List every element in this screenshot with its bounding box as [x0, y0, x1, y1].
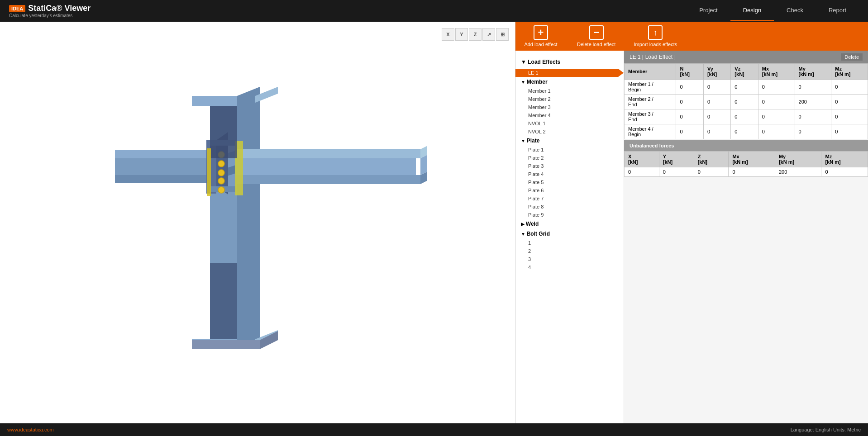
plate3-item[interactable]: Plate 3 [515, 162, 624, 170]
import-loads-label: Import loads effects [634, 42, 677, 47]
plate4-item[interactable]: Plate 4 [515, 170, 624, 178]
svg-point-28 [218, 187, 224, 193]
member-name: Member 2 /End [625, 95, 676, 109]
unbalanced-header: Unbalanced forces [624, 140, 868, 151]
member3-item[interactable]: Member 3 [515, 103, 624, 111]
member1-item[interactable]: Member 1 [515, 87, 624, 95]
cell-Mx[interactable]: 0 [758, 80, 795, 95]
le-header-label: LE 1 [ Load Effect ] [630, 54, 676, 60]
bolt-section[interactable]: Bolt Grid [515, 229, 624, 239]
member-name: Member 4 /Begin [625, 124, 676, 139]
cell-Vz[interactable]: 0 [731, 124, 758, 139]
bolt2-item[interactable]: 2 [515, 247, 624, 255]
bolt1-item[interactable]: 1 [515, 239, 624, 247]
cell-My[interactable]: 0 [795, 80, 831, 95]
view-z-btn[interactable]: Z [469, 28, 482, 41]
cell-Vz[interactable]: 0 [731, 95, 758, 109]
le-delete-button[interactable]: Delete [841, 53, 863, 61]
app-title: StatiCa® Viewer [28, 4, 91, 13]
delete-load-label: Delete load effect [577, 42, 615, 47]
col-Vy: Vy[kN] [703, 64, 730, 80]
ub-col-X: X[kN] [625, 152, 659, 167]
cell-Mz[interactable]: 0 [831, 124, 868, 139]
cell-Vy[interactable]: 0 [703, 109, 730, 124]
language-info: Language: English Units: Metric [791, 427, 861, 432]
delete-icon: − [589, 25, 604, 40]
cell-N[interactable]: 0 [676, 109, 703, 124]
view-iso-btn[interactable]: ↗ [482, 28, 495, 41]
view-fit-btn[interactable]: ⊞ [496, 28, 509, 41]
main-area: X Y Z ↗ ⊞ [0, 22, 868, 423]
viewport: X Y Z ↗ ⊞ [0, 22, 515, 423]
member-section[interactable]: Member [515, 77, 624, 87]
table-row: Member 4 /Begin 0 0 0 0 0 0 [625, 124, 868, 139]
cell-Mz[interactable]: 0 [831, 109, 868, 124]
ub-col-Mz: Mz[kN m] [821, 152, 868, 167]
member4-item[interactable]: Member 4 [515, 111, 624, 119]
add-icon: + [534, 25, 548, 40]
delete-load-effect-button[interactable]: − Delete load effect [577, 25, 615, 47]
cell-My[interactable]: 200 [795, 95, 831, 109]
steel-model-svg [88, 69, 427, 376]
plate1-item[interactable]: Plate 1 [515, 146, 624, 154]
ub-X: 0 [625, 167, 659, 177]
cell-Vz[interactable]: 0 [731, 109, 758, 124]
col-N: N[kN] [676, 64, 703, 80]
cell-N[interactable]: 0 [676, 80, 703, 95]
svg-point-26 [218, 170, 224, 176]
cell-Mx[interactable]: 0 [758, 109, 795, 124]
cell-N[interactable]: 0 [676, 124, 703, 139]
member-table: Member N[kN] Vy[kN] Vz[kN] Mx[kN m] My[k… [624, 63, 868, 139]
bolt3-item[interactable]: 3 [515, 255, 624, 263]
nav-report[interactable]: Report [816, 0, 859, 21]
website-link[interactable]: www.ideastatica.com [7, 427, 54, 432]
import-loads-button[interactable]: ↑ Import loads effects [634, 25, 677, 47]
cell-Mz[interactable]: 0 [831, 95, 868, 109]
view-x-btn[interactable]: X [442, 28, 454, 41]
plate2-item[interactable]: Plate 2 [515, 154, 624, 162]
nav-design[interactable]: Design [730, 0, 774, 21]
plate7-item[interactable]: Plate 7 [515, 194, 624, 203]
ub-col-Mx: Mx[kN m] [729, 152, 775, 167]
plate5-item[interactable]: Plate 5 [515, 178, 624, 186]
import-icon: ↑ [648, 25, 663, 40]
cell-Mx[interactable]: 0 [758, 124, 795, 139]
plate-section[interactable]: Plate [515, 136, 624, 146]
cell-Mz[interactable]: 0 [831, 80, 868, 95]
plate6-item[interactable]: Plate 6 [515, 186, 624, 194]
nav-menu: Project Design Check Report [687, 0, 859, 21]
svg-rect-31 [192, 340, 260, 349]
bolt4-item[interactable]: 4 [515, 263, 624, 271]
table-row: Member 2 /End 0 0 0 0 200 0 [625, 95, 868, 109]
nav-check[interactable]: Check [774, 0, 816, 21]
cell-Vz[interactable]: 0 [731, 80, 758, 95]
cell-Vy[interactable]: 0 [703, 95, 730, 109]
member-name: Member 1 /Begin [625, 80, 676, 95]
cell-My[interactable]: 0 [795, 109, 831, 124]
member2-item[interactable]: Member 2 [515, 95, 624, 103]
svg-point-27 [218, 178, 224, 184]
view-y-btn[interactable]: Y [455, 28, 468, 41]
cell-N[interactable]: 0 [676, 95, 703, 109]
nvol2-item[interactable]: NVOL 2 [515, 128, 624, 136]
plate9-item[interactable]: Plate 9 [515, 211, 624, 219]
le1-item[interactable]: LE 1 [515, 69, 624, 77]
col-member: Member [625, 64, 676, 80]
nvol1-item[interactable]: NVOL 1 [515, 119, 624, 128]
cell-Vy[interactable]: 0 [703, 124, 730, 139]
svg-rect-8 [115, 150, 212, 158]
cell-Vy[interactable]: 0 [703, 80, 730, 95]
weld-section[interactable]: Weld [515, 219, 624, 229]
nav-project[interactable]: Project [687, 0, 730, 21]
ub-Mz: 0 [821, 167, 868, 177]
plate8-item[interactable]: Plate 8 [515, 203, 624, 211]
bottom-bar: www.ideastatica.com Language: English Un… [0, 423, 868, 436]
add-load-effect-button[interactable]: + Add load effect [523, 25, 559, 47]
cell-Mx[interactable]: 0 [758, 95, 795, 109]
col-Mx: Mx[kN m] [758, 64, 795, 80]
col-Vz: Vz[kN] [731, 64, 758, 80]
svg-rect-13 [235, 157, 416, 175]
table-row: Member 1 /Begin 0 0 0 0 0 0 [625, 80, 868, 95]
cell-My[interactable]: 0 [795, 124, 831, 139]
col-My: My[kN m] [795, 64, 831, 80]
